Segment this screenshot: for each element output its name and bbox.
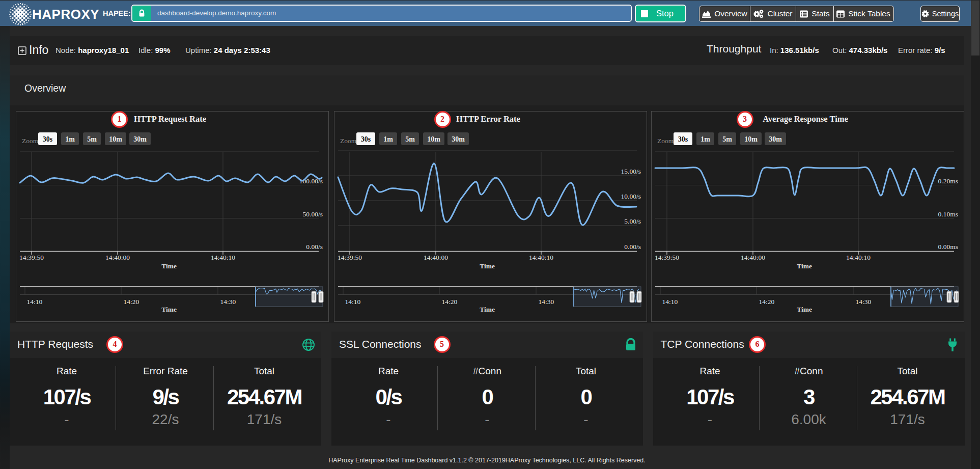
svg-text:30m: 30m xyxy=(133,135,147,143)
svg-text:Time: Time xyxy=(161,262,177,270)
svg-text:Time: Time xyxy=(480,262,495,270)
svg-text:14:20: 14:20 xyxy=(759,298,775,306)
svg-text:Time: Time xyxy=(480,306,495,313)
svg-text:0.10ms: 0.10ms xyxy=(938,210,958,218)
svg-text:30s: 30s xyxy=(361,135,371,143)
svg-text:30m: 30m xyxy=(452,135,465,143)
svg-text:30m: 30m xyxy=(769,135,782,143)
svg-text:Time: Time xyxy=(161,306,177,313)
svg-text:10m: 10m xyxy=(109,135,122,143)
svg-text:5.00/s: 5.00/s xyxy=(624,217,641,225)
svg-text:0.00ms: 0.00ms xyxy=(938,243,958,251)
svg-text:1m: 1m xyxy=(65,135,75,143)
svg-text:Zoom: Zoom xyxy=(22,137,39,145)
svg-text:30s: 30s xyxy=(678,135,688,143)
svg-text:14:39:50: 14:39:50 xyxy=(338,254,362,261)
svg-text:14:30: 14:30 xyxy=(220,298,236,306)
svg-text:0.00/s: 0.00/s xyxy=(306,243,323,251)
svg-text:30s: 30s xyxy=(43,135,53,143)
svg-text:1m: 1m xyxy=(701,135,710,143)
svg-text:14:10: 14:10 xyxy=(662,298,678,306)
svg-text:14:40:10: 14:40:10 xyxy=(211,254,235,261)
svg-text:14:40:00: 14:40:00 xyxy=(741,254,765,261)
svg-text:5m: 5m xyxy=(722,135,732,143)
svg-text:1m: 1m xyxy=(383,135,393,143)
svg-text:14:10: 14:10 xyxy=(27,298,43,306)
svg-text:14:30: 14:30 xyxy=(856,298,872,306)
svg-text:14:20: 14:20 xyxy=(124,298,139,306)
svg-text:Time: Time xyxy=(797,262,812,270)
svg-text:14:40:00: 14:40:00 xyxy=(105,254,130,261)
svg-text:14:20: 14:20 xyxy=(442,298,458,306)
svg-text:15.00/s: 15.00/s xyxy=(621,168,641,175)
svg-text:14:40:10: 14:40:10 xyxy=(846,254,871,261)
svg-text:5m: 5m xyxy=(87,135,97,143)
svg-text:14:39:50: 14:39:50 xyxy=(655,254,679,261)
svg-text:14:40:10: 14:40:10 xyxy=(529,254,553,261)
svg-text:14:30: 14:30 xyxy=(539,298,554,306)
svg-text:10m: 10m xyxy=(427,135,440,143)
svg-text:0.00/s: 0.00/s xyxy=(624,243,641,251)
svg-text:Zoom: Zoom xyxy=(657,137,674,145)
svg-text:0.20ms: 0.20ms xyxy=(938,177,958,185)
svg-text:10m: 10m xyxy=(744,135,758,143)
svg-text:14:10: 14:10 xyxy=(345,298,361,306)
svg-text:14:39:50: 14:39:50 xyxy=(19,254,44,261)
svg-text:14:40:00: 14:40:00 xyxy=(424,254,448,261)
svg-text:10.00/s: 10.00/s xyxy=(621,192,641,200)
svg-text:50.00/s: 50.00/s xyxy=(303,210,323,218)
svg-text:Time: Time xyxy=(797,306,812,313)
svg-text:Zoom: Zoom xyxy=(340,137,357,145)
svg-text:5m: 5m xyxy=(405,135,415,143)
